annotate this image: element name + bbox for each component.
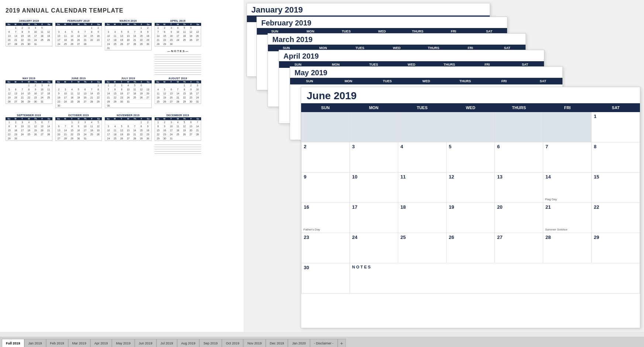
mini-cal-sep: SEPTEMBER 2019 SuMTWThFSa 1234567 891011… [6, 114, 52, 154]
notes-line [155, 66, 202, 66]
cal-page-jun: June 2019 SUN MON TUES WED THURS FRI SAT [301, 87, 640, 328]
notes-line [155, 72, 202, 73]
notes-line-bot [155, 151, 202, 152]
table-row: 11 [398, 173, 447, 203]
notes-line [155, 57, 202, 57]
mini-cal-feb: FEBRUARY 2019 SuMTWThFSa 12 3456789 1011… [55, 20, 102, 75]
feb-title: February 2019 [257, 17, 507, 28]
table-row: 26 [447, 233, 495, 263]
tab-jul-2019[interactable]: Jul 2019 [156, 339, 177, 347]
table-row: 2 [302, 142, 350, 173]
table-row [543, 112, 592, 142]
tab-full-2019[interactable]: Full 2019 [2, 339, 24, 347]
tab-disclaimer[interactable]: - Disclaimer - [310, 339, 338, 347]
notes-line [155, 59, 202, 59]
table-row: 9 [302, 173, 350, 203]
tab-jun-2019[interactable]: Jun 2019 [135, 339, 156, 347]
notes-line [155, 68, 202, 68]
mar-title: March 2019 [268, 34, 526, 45]
table-row: 15 [592, 173, 640, 203]
dec-notes-col: DECEMBER 2019 SuMTWThFSa 1234567 8910111… [155, 110, 202, 154]
table-row: 27 [495, 233, 543, 263]
mini-cal-jan: JANUARY 2019 SuMTWThFSa 12345 6789101112… [6, 20, 52, 75]
mini-cal-oct: OCTOBER 2019 SuMTWThFSa 12345 6789101112… [55, 114, 102, 154]
table-row: 5 [447, 142, 495, 173]
page-title: 2019 ANNUAL CALENDAR TEMPLATE [6, 7, 238, 14]
notes-line [155, 55, 202, 55]
table-row: 3 [350, 142, 398, 173]
mini-cal-jun: JUNE 2019 SuMTWThFSa 1 2345678 910111213… [55, 77, 102, 108]
table-row [398, 112, 447, 142]
june-calendar-body: 1 2 3 4 5 6 7 8 9 10 11 12 13 14 [301, 112, 640, 294]
tab-mar-2019[interactable]: Mar 2019 [68, 339, 90, 347]
holiday-flag-day: Flag Day [545, 198, 557, 201]
notes-label: — N O T E S — [155, 49, 202, 53]
mini-cal-mar: MARCH 2019 SuMTWThFSa 12 3456789 1011121… [105, 20, 152, 75]
tab-aug-2019[interactable]: Aug 2019 [177, 339, 200, 347]
tab-jan-2019[interactable]: Jan 2019 [24, 339, 46, 347]
table-row: 8 [592, 142, 640, 173]
notes-line [155, 70, 202, 70]
table-row: 16 Father's Day [302, 203, 350, 233]
notes-line [155, 74, 202, 75]
table-row: 10 [350, 173, 398, 203]
mini-cal-apr: APRIL 2019 SuMTWThFSa 123456 78910111213… [155, 20, 202, 46]
table-row: 30 [302, 263, 350, 294]
tab-may-2019[interactable]: May 2019 [112, 339, 135, 347]
add-tab-button[interactable]: + [338, 339, 346, 347]
notes-line-bot [155, 149, 202, 149]
table-row: 17 [350, 203, 398, 233]
tab-dec-2019[interactable]: Dec 2019 [266, 339, 288, 347]
left-panel: 2019 ANNUAL CALENDAR TEMPLATE JANUARY 20… [0, 0, 244, 332]
mini-cal-jul: JULY 2019 SuMTWThFSa 123456 78910111213 … [105, 77, 152, 108]
table-row: 19 [447, 203, 495, 233]
table-row [447, 112, 495, 142]
table-row: 25 [398, 233, 447, 263]
table-row: 20 [495, 203, 543, 233]
tab-sep-2019[interactable]: Sep 2019 [199, 339, 222, 347]
notes-line-bot [155, 147, 202, 147]
mini-cal-dec: DECEMBER 2019 SuMTWThFSa 1234567 8910111… [155, 114, 202, 141]
main-area: 2019 ANNUAL CALENDAR TEMPLATE JANUARY 20… [0, 0, 644, 332]
notes-line [155, 63, 202, 64]
table-row [495, 112, 543, 142]
jan-title: January 2019 [247, 3, 490, 15]
table-row: 7 [543, 142, 592, 173]
table-row: 6 [495, 142, 543, 173]
right-panel: January 2019 SUN MON TUES WED THURS FRI … [244, 0, 644, 332]
holiday-fathers-day: Father's Day [303, 228, 320, 231]
mini-cal-may: MAY 2019 SuMTWThFSa 1234 567891011 12131… [6, 77, 52, 108]
table-row: 21 Summer Solstice [543, 203, 592, 233]
mini-cal-aug: AUGUST 2019 SuMTWThFSa 123 45678910 1112… [155, 77, 202, 108]
jun-title: June 2019 [301, 87, 640, 103]
tab-bar: Full 2019 Jan 2019 Feb 2019 Mar 2019 Apr… [0, 337, 644, 347]
table-row [350, 112, 398, 142]
apr-notes-col: APRIL 2019 SuMTWThFSa 123456 78910111213… [155, 20, 202, 75]
table-row: 24 [350, 233, 398, 263]
tab-apr-2019[interactable]: Apr 2019 [90, 339, 112, 347]
table-row: 22 [592, 203, 640, 233]
table-row: 14 Flag Day [543, 173, 592, 203]
notes-line [155, 61, 202, 62]
tab-oct-2019[interactable]: Oct 2019 [222, 339, 244, 347]
table-row [302, 112, 350, 142]
mini-calendars-grid: JANUARY 2019 SuMTWThFSa 12345 6789101112… [6, 20, 201, 154]
table-row: 23 [302, 233, 350, 263]
tab-nov-2019[interactable]: Nov 2019 [243, 339, 266, 347]
tab-jan-2020[interactable]: Jan 2020 [288, 339, 310, 347]
table-row: 13 [495, 173, 543, 203]
apr-title: April 2019 [279, 50, 544, 61]
mini-cal-nov: NOVEMBER 2019 SuMTWThFSa 12 3456789 1011… [105, 114, 152, 154]
table-row: 28 [543, 233, 592, 263]
may-title: May 2019 [290, 67, 562, 78]
notes-line-bot [155, 153, 202, 154]
notes-line-bot [155, 145, 202, 145]
holiday-summer-solstice: Summer Solstice [545, 228, 567, 231]
table-row: 12 [447, 173, 495, 203]
table-row: 1 [592, 112, 640, 142]
table-row: 18 [398, 203, 447, 233]
notes-cell: N O T E S [350, 263, 640, 294]
table-row: 29 [592, 233, 640, 263]
tab-feb-2019[interactable]: Feb 2019 [46, 339, 68, 347]
table-row: 4 [398, 142, 447, 173]
